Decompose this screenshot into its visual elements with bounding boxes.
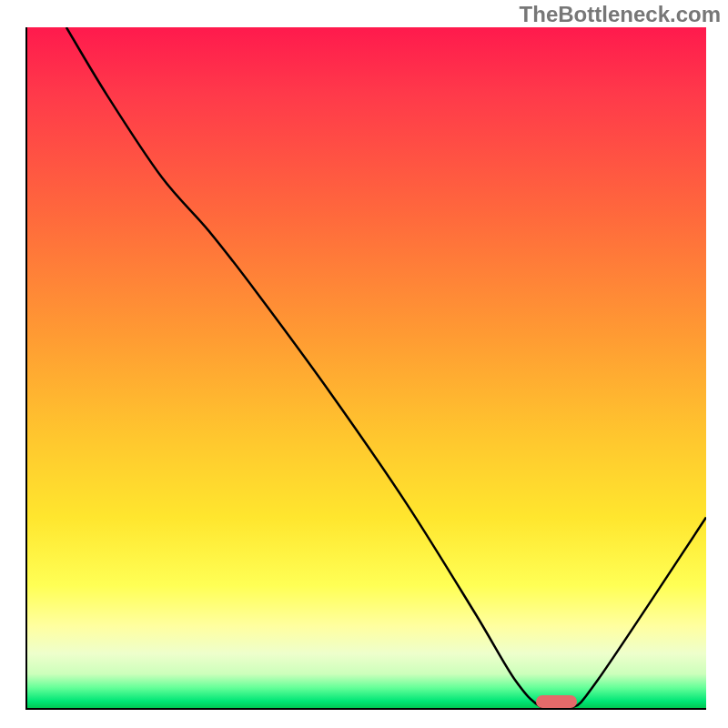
optimal-marker [536,695,577,708]
bottleneck-curve [25,27,706,708]
chart-container: TheBottleneck.com [0,0,728,728]
x-axis [25,708,706,710]
y-axis [25,27,27,708]
watermark-text: TheBottleneck.com [520,2,721,27]
plot-area [25,27,706,708]
